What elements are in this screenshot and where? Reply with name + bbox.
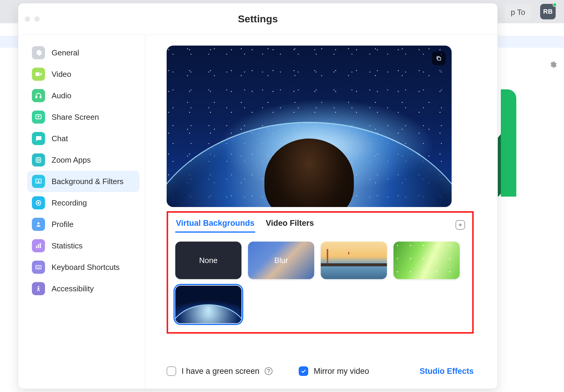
thumb-label: Blur [274,256,288,265]
svg-rect-16 [39,266,40,267]
window-title: Settings [238,13,278,25]
svg-rect-15 [38,266,38,267]
svg-rect-17 [37,267,40,268]
svg-point-4 [38,159,40,161]
svg-rect-13 [36,265,41,269]
sidebar-item-label: Keyboard Shortcuts [52,263,120,272]
sidebar-item-label: Video [52,70,71,79]
background-filters-icon [32,175,45,188]
green-screen-checkbox[interactable] [167,366,176,376]
svg-rect-14 [37,266,37,267]
sidebar-item-label: Audio [52,91,72,100]
sidebar-item-label: Accessibility [52,284,94,293]
sidebar-item-recording[interactable]: Recording [27,192,140,214]
headphones-icon [32,89,45,102]
sidebar-item-chat[interactable]: Chat [27,128,140,149]
tabs-row: Virtual Backgrounds Video Filters [175,217,465,233]
background-thumbnails: None Blur [175,242,465,323]
recording-icon [32,196,45,209]
share-screen-icon [32,111,45,124]
background-footer: I have a green screen ? Mirror my video … [167,366,474,376]
studio-effects-link[interactable]: Studio Effects [419,367,474,376]
settings-window: Settings General Video Audio [18,3,498,389]
apps-icon [32,153,45,167]
svg-rect-11 [38,244,39,248]
window-titlebar: Settings [18,3,498,35]
background-option-none[interactable]: None [175,242,241,279]
profile-icon [32,218,45,231]
svg-point-18 [38,286,39,287]
window-close-button[interactable] [25,16,30,22]
tabs: Virtual Backgrounds Video Filters [175,217,314,233]
sidebar-item-label: Statistics [52,241,83,251]
svg-point-9 [38,223,40,225]
gear-icon[interactable] [549,61,557,69]
gear-icon [32,46,45,59]
video-icon [32,68,45,81]
svg-rect-19 [438,57,441,60]
svg-rect-0 [36,96,37,98]
sidebar-item-profile[interactable]: Profile [27,214,140,235]
background-option-earth[interactable] [175,286,241,323]
jump-to-pill[interactable]: p To [505,4,531,21]
background-decoration [497,89,516,197]
sidebar-item-label: Profile [52,220,74,229]
window-traffic-lights [25,16,40,22]
sidebar-item-general[interactable]: General [27,42,140,63]
svg-point-8 [38,202,40,204]
help-icon[interactable]: ? [265,367,272,375]
sidebar-item-label: General [52,48,79,57]
sidebar-item-video[interactable]: Video [27,63,140,85]
sidebar-item-background-filters[interactable]: Background & Filters [27,171,140,192]
user-avatar-initials: RB [543,8,553,15]
window-minimize-button[interactable] [34,16,40,22]
sidebar-item-share-screen[interactable]: Share Screen [27,106,140,128]
svg-rect-3 [36,158,41,162]
add-background-button[interactable] [455,220,465,230]
settings-content: Virtual Backgrounds Video Filters None B… [145,35,498,389]
keyboard-icon [32,261,45,274]
statistics-icon [32,239,45,252]
sidebar-item-accessibility[interactable]: Accessibility [27,278,140,299]
sidebar-item-label: Chat [52,134,68,143]
presence-dot-icon [553,3,557,7]
highlighted-region: Virtual Backgrounds Video Filters None B… [167,211,474,334]
mirror-video-checkbox[interactable] [299,366,308,376]
svg-point-6 [38,180,39,181]
mirror-video-label: Mirror my video [314,367,369,376]
sidebar-item-audio[interactable]: Audio [27,85,140,106]
sidebar-item-statistics[interactable]: Statistics [27,235,140,256]
green-screen-label: I have a green screen [182,367,259,376]
video-preview [167,46,452,207]
svg-rect-12 [40,243,41,248]
sidebar-item-label: Background & Filters [52,177,123,186]
sidebar-item-label: Zoom Apps [52,155,91,165]
svg-rect-1 [40,96,41,98]
settings-sidebar: General Video Audio Share Screen [18,35,145,389]
thumb-label: None [199,256,218,265]
background-option-blur[interactable]: Blur [248,242,314,279]
tab-virtual-backgrounds[interactable]: Virtual Backgrounds [175,217,255,233]
settings-body: General Video Audio Share Screen [18,35,498,389]
sidebar-item-label: Recording [52,198,87,208]
rotate-camera-button[interactable] [432,52,446,65]
accessibility-icon [32,282,45,295]
sidebar-item-keyboard-shortcuts[interactable]: Keyboard Shortcuts [27,256,140,278]
tab-video-filters[interactable]: Video Filters [265,217,315,233]
background-option-grass[interactable] [393,242,460,279]
sidebar-item-zoom-apps[interactable]: Zoom Apps [27,149,140,171]
background-option-bridge[interactable] [321,242,387,279]
svg-rect-10 [36,246,37,248]
user-avatar[interactable]: RB [540,4,556,19]
sidebar-item-label: Share Screen [52,113,99,122]
chat-icon [32,132,45,145]
